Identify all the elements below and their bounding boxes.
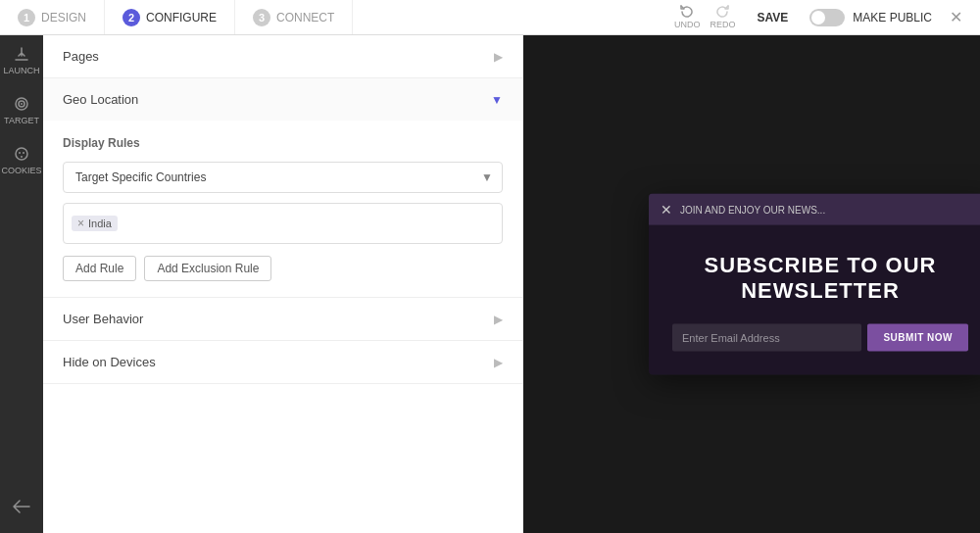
step-num-configure: 2	[122, 9, 140, 26]
svg-point-5	[23, 152, 24, 154]
redo-button[interactable]: REDO	[710, 5, 735, 29]
popup-submit-button[interactable]: SUBMIT NOW	[867, 323, 968, 351]
india-tag-label: India	[88, 218, 112, 229]
step-label-configure: CONFIGURE	[146, 11, 217, 24]
toggle-knob	[811, 11, 825, 24]
popup-header: ✕ JOIN AND ENJOY OUR NEWS...	[649, 194, 980, 225]
launch-label: LAUNCH	[3, 66, 39, 75]
india-tag: × India	[72, 216, 118, 231]
top-bar: 1 DESIGN 2 CONFIGURE 3 CONNECT UNDO REDO	[0, 0, 980, 35]
pages-chevron: ▶	[494, 50, 503, 64]
popup-email-input[interactable]	[672, 323, 861, 351]
top-right-actions: UNDO REDO SAVE MAKE PUBLIC ✕	[661, 5, 980, 29]
sidebar-item-launch[interactable]: LAUNCH	[0, 35, 43, 85]
make-public-toggle[interactable]	[809, 9, 845, 26]
user-behavior-title: User Behavior	[63, 312, 143, 326]
tags-input-wrap[interactable]: × India	[63, 203, 503, 244]
step-label-design: DESIGN	[41, 11, 86, 24]
cookies-label: COOKIES	[1, 166, 41, 175]
config-panel: Pages ▶ Geo Location ▼ Display Rules Tar…	[43, 35, 523, 533]
india-tag-remove[interactable]: ×	[77, 218, 84, 229]
step-configure[interactable]: 2 CONFIGURE	[105, 0, 235, 34]
main-layout: LAUNCH TARGET COOKIES	[0, 35, 980, 533]
undo-redo-group: UNDO REDO	[674, 5, 736, 29]
hide-on-devices-chevron: ▶	[494, 356, 503, 369]
sidebar-item-back[interactable]	[0, 490, 43, 523]
geo-section: Geo Location ▼ Display Rules Target Spec…	[43, 78, 522, 298]
target-label: TARGET	[4, 116, 39, 125]
popup-box: ✕ JOIN AND ENJOY OUR NEWS... SUBSCRIBE T…	[649, 194, 980, 375]
pages-section[interactable]: Pages ▶	[43, 35, 522, 78]
step-num-connect: 3	[253, 9, 270, 26]
country-select-wrap: Target Specific Countries ▼	[63, 162, 503, 193]
svg-point-6	[21, 156, 23, 158]
pages-title: Pages	[63, 49, 99, 64]
svg-point-2	[21, 103, 23, 105]
country-select[interactable]: Target Specific Countries	[63, 162, 503, 193]
add-rule-button[interactable]: Add Rule	[63, 256, 136, 281]
popup-close-icon[interactable]: ✕	[661, 202, 672, 218]
geo-chevron-down: ▼	[491, 93, 503, 107]
make-public-label: MAKE PUBLIC	[853, 11, 932, 24]
save-button[interactable]: SAVE	[750, 7, 797, 28]
step-design[interactable]: 1 DESIGN	[0, 0, 105, 34]
make-public-toggle-wrap: MAKE PUBLIC	[809, 9, 932, 26]
tags-text-input[interactable]	[122, 215, 494, 232]
svg-point-4	[19, 152, 21, 154]
sidebar-item-cookies[interactable]: COOKIES	[0, 135, 43, 185]
geo-header[interactable]: Geo Location ▼	[43, 78, 522, 121]
svg-point-3	[16, 148, 27, 160]
step-label-connect: CONNECT	[276, 11, 334, 24]
sidebar-icons: LAUNCH TARGET COOKIES	[0, 35, 43, 533]
preview-area: ✕ JOIN AND ENJOY OUR NEWS... SUBSCRIBE T…	[523, 35, 980, 533]
close-button[interactable]: ✕	[946, 8, 966, 26]
sidebar-item-target[interactable]: TARGET	[0, 85, 43, 135]
popup-title: SUBSCRIBE TO OUR NEWSLETTER	[705, 253, 937, 305]
step-num-design: 1	[18, 9, 35, 26]
hide-on-devices-section[interactable]: Hide on Devices ▶	[43, 341, 522, 384]
geo-title: Geo Location	[63, 92, 138, 107]
undo-button[interactable]: UNDO	[674, 5, 701, 29]
sidebar-bottom	[0, 480, 43, 533]
user-behavior-section[interactable]: User Behavior ▶	[43, 298, 522, 341]
popup-header-text: JOIN AND ENJOY OUR NEWS...	[672, 204, 980, 215]
hide-on-devices-title: Hide on Devices	[63, 355, 156, 369]
display-rules-title: Display Rules	[63, 136, 503, 150]
popup-form: SUBMIT NOW	[672, 323, 968, 351]
step-connect[interactable]: 3 CONNECT	[235, 0, 353, 34]
popup-overlay: ✕ JOIN AND ENJOY OUR NEWS... SUBSCRIBE T…	[649, 194, 980, 375]
popup-body: SUBSCRIBE TO OUR NEWSLETTER SUBMIT NOW	[649, 225, 980, 375]
display-rules-area: Display Rules Target Specific Countries …	[43, 121, 522, 297]
add-exclusion-button[interactable]: Add Exclusion Rule	[144, 256, 271, 281]
rule-buttons-group: Add Rule Add Exclusion Rule	[63, 256, 503, 281]
user-behavior-chevron: ▶	[494, 313, 503, 326]
